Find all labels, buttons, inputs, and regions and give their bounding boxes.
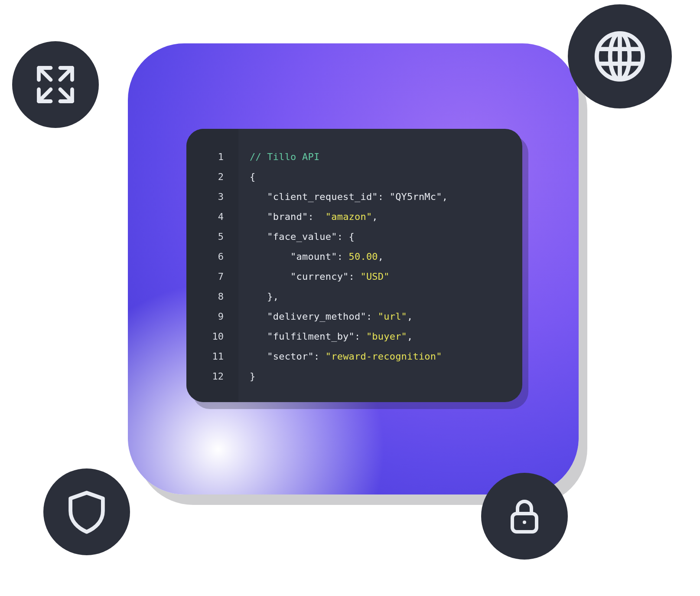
line-number: 1 [186,147,238,167]
code-token: "amount": [250,251,349,262]
code-line: "currency": "USD" [250,267,522,287]
line-number: 4 [186,207,238,227]
code-body: // Tillo API{ "client_request_id": "QY5r… [238,129,522,402]
code-token: "sector": [250,351,326,362]
code-token: "buyer" [366,331,407,342]
shield-badge [43,468,130,555]
code-token: , [442,191,448,202]
globe-badge [568,4,672,108]
code-panel: 123456789101112 // Tillo API{ "client_re… [186,129,522,402]
code-line: } [250,367,522,386]
code-line: "brand": "amazon", [250,207,522,227]
globe-icon [589,26,650,87]
line-number: 7 [186,267,238,287]
code-token: , [407,311,413,322]
code-token: "brand": [250,211,326,222]
shield-icon [63,488,111,536]
code-line: "face_value": { [250,227,522,247]
code-token: "USD" [360,271,389,282]
code-line: "sector": "reward-recognition" [250,347,522,367]
line-number: 3 [186,187,238,207]
code-line: { [250,167,522,187]
code-token: "face_value": { [250,231,355,242]
stage: 123456789101112 // Tillo API{ "client_re… [0,0,700,596]
code-token: , [407,331,413,342]
code-token: }, [250,291,279,302]
code-token: // Tillo API [250,151,319,162]
code-token: "delivery_method": [250,311,378,322]
code-token: "reward-recognition" [326,351,442,362]
code-token: 50.00 [349,251,378,262]
code-token: "amazon" [326,211,372,222]
line-number-gutter: 123456789101112 [186,129,238,402]
line-number: 11 [186,347,238,367]
expand-icon [32,61,79,108]
code-token: "currency": [250,271,360,282]
code-line: "fulfilment_by": "buyer", [250,327,522,347]
lock-icon [503,494,546,538]
line-number: 8 [186,287,238,307]
code-token: } [250,371,255,382]
code-token: "client_request_id": [250,191,390,202]
code-token: , [372,211,378,222]
line-number: 6 [186,247,238,267]
code-token: , [378,251,384,262]
code-line: }, [250,287,522,307]
code-line: // Tillo API [250,147,522,167]
code-line: "client_request_id": "QY5rnMc", [250,187,522,207]
code-token: { [250,171,255,182]
lock-badge [481,473,568,560]
line-number: 2 [186,167,238,187]
line-number: 12 [186,367,238,386]
code-line: "delivery_method": "url", [250,307,522,327]
line-number: 9 [186,307,238,327]
code-token: "fulfilment_by": [250,331,366,342]
svg-point-3 [523,521,526,524]
expand-badge [12,41,99,128]
line-number: 10 [186,327,238,347]
code-line: "amount": 50.00, [250,247,522,267]
code-token: "url" [378,311,407,322]
line-number: 5 [186,227,238,247]
code-token: "QY5rnMc" [390,191,442,202]
